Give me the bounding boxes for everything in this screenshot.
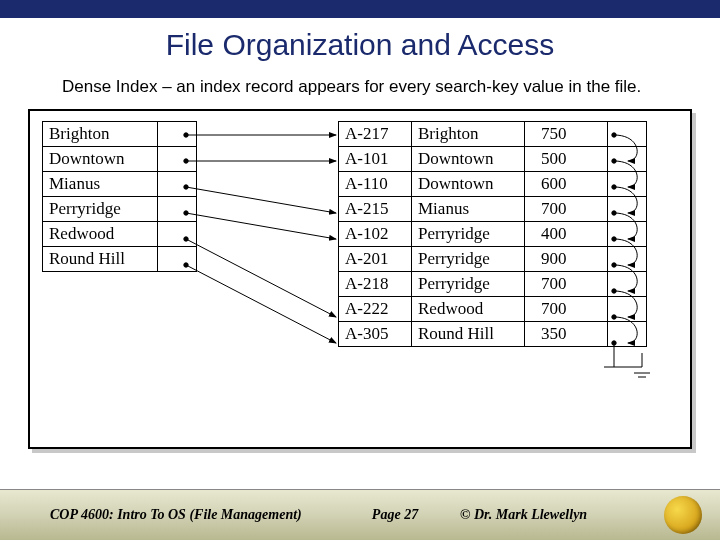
data-cell: 700 <box>525 296 608 321</box>
index-pointer-cell <box>158 196 197 221</box>
data-cell: 350 <box>525 321 608 346</box>
data-file-table: A-217Brighton750A-101Downtown500A-110Dow… <box>338 121 647 347</box>
data-cell: Downtown <box>412 146 525 171</box>
data-row: A-218Perryridge700 <box>339 271 647 296</box>
data-cell: Redwood <box>412 296 525 321</box>
index-pointer-cell <box>158 146 197 171</box>
data-pointer-cell <box>608 321 647 346</box>
data-cell: Downtown <box>412 171 525 196</box>
data-cell: A-222 <box>339 296 412 321</box>
data-pointer-cell <box>608 221 647 246</box>
data-cell: 700 <box>525 196 608 221</box>
data-row: A-305Round Hill350 <box>339 321 647 346</box>
slide-footer: COP 4600: Intro To OS (File Management) … <box>0 489 720 540</box>
data-row: A-101Downtown500 <box>339 146 647 171</box>
index-row: Brighton <box>43 121 197 146</box>
data-cell: A-218 <box>339 271 412 296</box>
data-cell: Round Hill <box>412 321 525 346</box>
data-cell: Perryridge <box>412 271 525 296</box>
data-pointer-cell <box>608 271 647 296</box>
data-row: A-217Brighton750 <box>339 121 647 146</box>
index-pointer-cell <box>158 246 197 271</box>
index-pointer-cell <box>158 221 197 246</box>
data-row: A-222Redwood700 <box>339 296 647 321</box>
data-cell: A-102 <box>339 221 412 246</box>
data-cell: 400 <box>525 221 608 246</box>
data-pointer-cell <box>608 146 647 171</box>
data-pointer-cell <box>608 196 647 221</box>
data-cell: Brighton <box>412 121 525 146</box>
svg-line-9 <box>186 239 336 317</box>
top-accent-bar <box>0 0 720 18</box>
data-row: A-201Perryridge900 <box>339 246 647 271</box>
data-row: A-110Downtown600 <box>339 171 647 196</box>
data-cell: Perryridge <box>412 221 525 246</box>
index-row: Redwood <box>43 221 197 246</box>
data-pointer-cell <box>608 246 647 271</box>
index-key-cell: Mianus <box>43 171 158 196</box>
slide-description: Dense Index – an index record appears fo… <box>62 76 658 99</box>
data-cell: 900 <box>525 246 608 271</box>
data-pointer-cell <box>608 121 647 146</box>
ucf-logo-icon <box>664 496 702 534</box>
footer-author: © Dr. Mark Llewellyn <box>460 507 640 523</box>
data-row: A-102Perryridge400 <box>339 221 647 246</box>
data-cell: A-305 <box>339 321 412 346</box>
data-cell: Mianus <box>412 196 525 221</box>
svg-line-11 <box>186 265 336 343</box>
data-cell: 750 <box>525 121 608 146</box>
index-key-cell: Downtown <box>43 146 158 171</box>
index-row: Downtown <box>43 146 197 171</box>
footer-course: COP 4600: Intro To OS (File Management) <box>50 507 330 523</box>
diagram: BrightonDowntownMianusPerryridgeRedwoodR… <box>38 121 682 417</box>
data-row: A-215Mianus700 <box>339 196 647 221</box>
data-cell: 500 <box>525 146 608 171</box>
diagram-frame: BrightonDowntownMianusPerryridgeRedwoodR… <box>28 109 692 449</box>
slide-title: File Organization and Access <box>0 28 720 62</box>
index-key-cell: Perryridge <box>43 196 158 221</box>
svg-line-7 <box>186 213 336 239</box>
index-pointer-cell <box>158 171 197 196</box>
data-cell: 700 <box>525 271 608 296</box>
data-cell: A-215 <box>339 196 412 221</box>
data-cell: 600 <box>525 171 608 196</box>
index-key-cell: Round Hill <box>43 246 158 271</box>
data-pointer-cell <box>608 171 647 196</box>
svg-line-5 <box>186 187 336 213</box>
index-table: BrightonDowntownMianusPerryridgeRedwoodR… <box>42 121 197 272</box>
data-cell: A-101 <box>339 146 412 171</box>
index-key-cell: Brighton <box>43 121 158 146</box>
footer-page: Page 27 <box>330 507 460 523</box>
index-pointer-cell <box>158 121 197 146</box>
index-row: Perryridge <box>43 196 197 221</box>
data-cell: A-110 <box>339 171 412 196</box>
index-row: Round Hill <box>43 246 197 271</box>
index-key-cell: Redwood <box>43 221 158 246</box>
data-cell: A-217 <box>339 121 412 146</box>
data-cell: Perryridge <box>412 246 525 271</box>
data-pointer-cell <box>608 296 647 321</box>
index-row: Mianus <box>43 171 197 196</box>
data-cell: A-201 <box>339 246 412 271</box>
